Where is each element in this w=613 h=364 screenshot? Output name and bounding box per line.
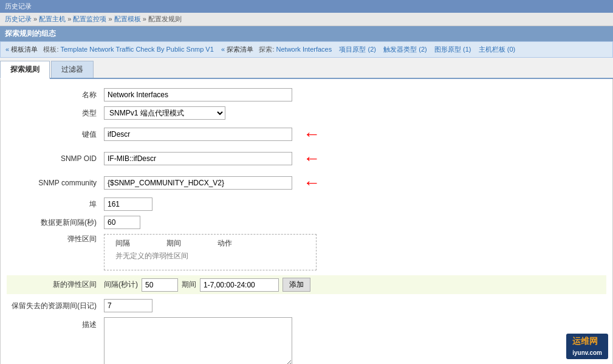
keep-lost-input[interactable] [104,299,152,312]
info-search-label: « [5,46,9,53]
info-item-proto-link[interactable]: 项目原型 (2) [339,46,376,53]
info-discovery-arrow: « [221,46,225,53]
top-bar: 历史记录 [0,0,613,13]
elasticity-header: 间隔 期间 动作 [109,238,311,249]
snmp-community-input[interactable] [104,176,292,190]
port-row: 埠 [7,197,606,211]
snmp-oid-arrow-icon: ← [303,149,320,168]
key-row: 键值 ← [7,125,606,144]
top-bar-label: 历史记录 [5,2,32,10]
interval-label: 间隔(秒计) [104,280,138,290]
port-label: 埠 [7,199,104,210]
type-select[interactable]: SNMPv1 端点代理模式 SNMPv2 端点代理模式 SNMP Trap [104,106,225,120]
breadcrumb: 历史记录 » 配置主机 » 配置监控项 » 配置模板 » 配置发规则 [0,13,613,26]
new-interval-input[interactable] [142,278,178,292]
add-elasticity-button[interactable]: 添加 [283,278,310,292]
logo-text: 运维网 [572,336,598,346]
info-discovery-label: 探索: [259,46,276,53]
elasticity-row: 弹性区间 间隔 期间 动作 并无定义的弹弱性区间 [7,234,606,270]
snmp-oid-row: SNMP OID ← [7,149,606,168]
info-template-label: 模板: [43,46,60,53]
info-host-panel-link[interactable]: 主机栏板 (0) [479,46,516,53]
tab-filter[interactable]: 过滤器 [51,61,94,78]
section-title: 探索规则的组态 [5,29,56,38]
elasticity-empty-text: 并无定义的弹弱性区间 [109,251,311,261]
snmp-community-arrow-container: ← [297,173,320,193]
desc-textarea[interactable] [104,317,292,364]
type-row: 类型 SNMPv1 端点代理模式 SNMPv2 端点代理模式 SNMP Trap [7,106,606,120]
type-label: 类型 [7,108,104,118]
info-graph-proto-link[interactable]: 图形原型 (1) [434,46,471,53]
desc-label: 描述 [7,317,104,330]
breadcrumb-monitor[interactable]: 配置监控项 [73,15,106,22]
desc-row: 描述 [7,317,606,364]
snmp-oid-label: SNMP OID [7,154,104,163]
breadcrumb-template[interactable]: 配置模板 [114,15,141,22]
elasticity-col-action: 动作 [217,238,232,249]
info-discovery-list-label: 探索清单 [227,46,257,53]
key-label: 键值 [7,129,104,140]
snmp-community-row: SNMP community ← [7,173,606,193]
elasticity-box: 间隔 期间 动作 并无定义的弹弱性区间 [104,234,317,270]
breadcrumb-rule: 配置发规则 [148,15,182,22]
key-arrow-container: ← [297,125,320,144]
snmp-oid-input[interactable] [104,152,292,165]
breadcrumb-history[interactable]: 历史记录 [5,15,32,22]
update-interval-row: 数据更新间隔(秒) [7,216,606,229]
new-period-input[interactable] [200,278,279,292]
info-trigger-type-link[interactable]: 触发器类型 (2) [383,46,427,53]
new-elasticity-label: 新的弹性区间 [7,280,104,290]
elasticity-col-period: 期间 [166,238,181,249]
name-label: 名称 [7,90,104,100]
update-interval-label: 数据更新间隔(秒) [7,218,104,228]
keep-lost-label: 保留失去的资源期间(日记) [7,301,104,311]
elasticity-label: 弹性区间 [7,234,104,244]
logo: 运维网 iyunv.com [566,334,608,359]
key-arrow-icon: ← [303,125,320,144]
section-header: 探索规则的组态 [0,26,613,41]
keep-lost-row: 保留失去的资源期间(日记) [7,299,606,312]
info-bar: « 模板清单 模板: Template Network Traffic Chec… [0,41,613,58]
new-elasticity-controls: 间隔(秒计) 期间 添加 [104,278,310,292]
snmp-community-arrow-icon: ← [303,173,320,193]
key-input[interactable] [104,128,292,141]
name-input[interactable] [104,88,292,101]
snmp-community-label: SNMP community [7,179,104,187]
tabs-container: 探索规则 过滤器 [0,61,613,79]
logo-sub: iyunv.com [572,349,602,356]
info-template-link[interactable]: Template Network Traffic Check By Public… [61,46,214,53]
name-row: 名称 [7,88,606,101]
info-template-list-label: 模板清单 [11,46,41,53]
form-section: 名称 类型 SNMPv1 端点代理模式 SNMPv2 端点代理模式 SNMP T… [0,79,613,364]
info-discovery-link[interactable]: Network Interfaces [276,46,332,53]
snmp-oid-arrow-container: ← [297,149,320,168]
new-elasticity-row: 新的弹性区间 间隔(秒计) 期间 添加 [7,275,606,294]
period-label: 期间 [182,280,196,290]
port-input[interactable] [104,197,152,211]
tab-discovery-rule[interactable]: 探索规则 [0,61,50,79]
update-interval-input[interactable] [104,216,140,229]
breadcrumb-host[interactable]: 配置主机 [39,15,66,22]
elasticity-col-interval: 间隔 [115,238,130,249]
